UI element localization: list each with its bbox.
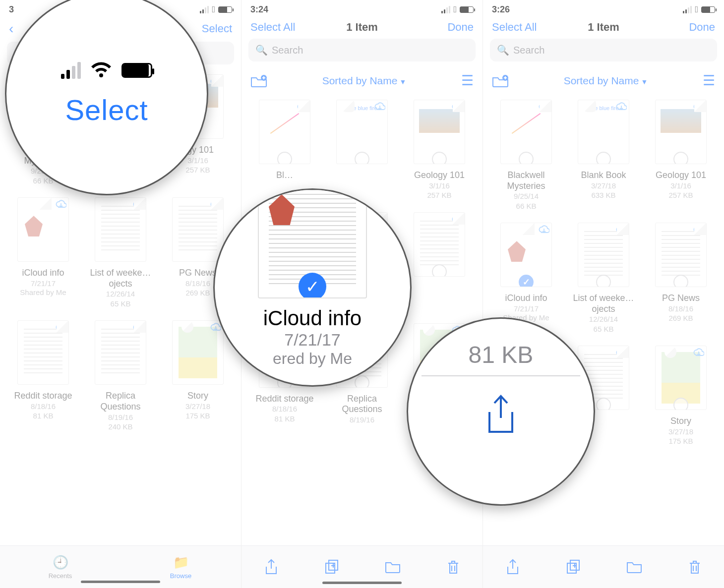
cloud-download-icon <box>133 200 144 210</box>
file-item[interactable]: Blackwell Mysteries9/25/1466 KB <box>489 100 563 211</box>
selection-circle[interactable] <box>519 275 534 287</box>
file-date: 8/18/16 <box>185 279 210 289</box>
file-thumbnail <box>655 223 707 287</box>
file-name: iCloud info <box>22 268 64 279</box>
file-date: 8/18/16 <box>668 304 693 314</box>
home-indicator[interactable] <box>81 581 160 583</box>
file-thumbnail <box>336 100 388 164</box>
cloud-download-icon <box>616 348 627 358</box>
file-thumbnail-zoom: ✓ <box>258 188 367 298</box>
file-thumbnail <box>414 212 465 277</box>
file-item[interactable]: List of weeke…ojects12/26/1465 KB <box>83 197 158 308</box>
status-time: 3 <box>9 4 14 15</box>
file-thumbnail <box>95 197 146 262</box>
selection-circle[interactable] <box>519 152 534 164</box>
select-all-button[interactable]: Select All <box>492 21 566 34</box>
file-name: PG News <box>179 268 217 279</box>
file-name: Bl… <box>276 170 293 181</box>
file-item[interactable]: Story3/27/18175 KB <box>644 346 718 446</box>
new-folder-icon[interactable] <box>250 74 267 88</box>
share-icon[interactable] <box>506 559 520 576</box>
file-item[interactable]: iCloud info7/21/17Shared by Me <box>6 197 80 308</box>
magnifier-select: Select <box>5 0 208 195</box>
file-name: Replica Questions <box>86 391 155 412</box>
trash-icon[interactable] <box>688 559 701 575</box>
file-item[interactable]: Story3/27/18175 KB <box>161 320 235 431</box>
file-thumbnail <box>17 197 69 262</box>
file-name: PG News <box>662 293 700 304</box>
search-input[interactable]: 🔍 Search <box>490 39 717 61</box>
file-item[interactable]: List of weeke…ojects12/26/1465 KB <box>566 223 641 334</box>
trash-icon[interactable] <box>447 559 460 575</box>
sort-button[interactable]: Sorted by Name▼ <box>564 75 648 87</box>
signal-icon <box>61 62 81 79</box>
selection-circle[interactable] <box>432 264 447 277</box>
file-shared: Shared by Me <box>20 288 66 296</box>
selection-circle[interactable] <box>596 152 611 164</box>
done-button[interactable]: Done <box>641 21 715 34</box>
select-all-button[interactable]: Select All <box>250 21 325 34</box>
selection-count: 1 Item <box>325 21 399 34</box>
status-time: 3:26 <box>492 4 510 15</box>
file-item[interactable]: Replica Questions8/19/16240 KB <box>83 320 158 431</box>
file-thumbnail <box>172 320 224 385</box>
file-item[interactable] <box>402 212 477 311</box>
file-thumbnail <box>655 346 707 410</box>
file-name: Reddit storage <box>14 391 72 402</box>
selection-circle[interactable] <box>355 375 369 388</box>
file-date: 8/19/16 <box>350 415 374 425</box>
cloud-download-icon <box>693 348 704 358</box>
file-date: 8/18/16 <box>31 402 56 412</box>
search-placeholder: Search <box>513 45 544 56</box>
list-view-icon[interactable]: ☰ <box>461 72 474 89</box>
file-item[interactable] <box>325 100 399 200</box>
selection-circle[interactable] <box>673 275 688 287</box>
file-date: 3/27/18 <box>185 402 210 412</box>
file-thumbnail <box>414 100 465 164</box>
battery-icon <box>218 6 232 13</box>
duplicate-icon[interactable] <box>324 560 339 575</box>
search-icon: 🔍 <box>255 44 268 56</box>
file-item[interactable]: Bl… <box>247 100 322 200</box>
move-icon[interactable] <box>385 561 401 574</box>
file-item[interactable]: Reddit storage8/18/1681 KB <box>6 320 80 431</box>
status-bar: 3:24 􀙇 <box>241 0 483 19</box>
selection-circle[interactable] <box>596 275 611 287</box>
file-size: 269 KB <box>668 313 693 323</box>
file-size: 65 KB <box>594 324 614 334</box>
done-button[interactable]: Done <box>399 21 474 34</box>
battery-icon <box>460 6 474 13</box>
selection-circle[interactable] <box>673 152 688 164</box>
sort-button[interactable]: Sorted by Name▼ <box>322 75 407 87</box>
file-thumbnail <box>578 223 629 287</box>
file-date: 3/27/18 <box>668 427 693 437</box>
selection-circle[interactable] <box>277 152 292 164</box>
magnifier-file: ✓ iCloud info 7/21/17 ered by Me <box>213 188 412 387</box>
move-icon[interactable] <box>626 561 642 574</box>
file-item[interactable]: Geology 1013/1/16257 KB <box>644 100 718 211</box>
list-view-icon[interactable]: ☰ <box>703 72 715 89</box>
file-thumbnail <box>578 100 629 164</box>
file-item[interactable]: Blank Book3/27/18633 KB <box>566 100 641 211</box>
file-date: 7/21/17 <box>514 304 539 314</box>
search-input[interactable]: 🔍 Search <box>248 39 476 61</box>
file-item[interactable]: PG News8/18/16269 KB <box>644 223 718 334</box>
share-icon[interactable] <box>264 559 278 576</box>
duplicate-icon[interactable] <box>566 560 581 575</box>
new-folder-icon[interactable] <box>492 74 509 88</box>
cloud-download-icon <box>693 102 704 112</box>
file-item[interactable]: Geology 1013/1/16257 KB <box>402 100 477 200</box>
file-name: Geology 101 <box>414 170 465 181</box>
file-size: 65 KB <box>111 299 131 309</box>
selection-circle[interactable] <box>596 398 611 410</box>
wifi-icon: 􀙇 <box>212 4 215 15</box>
selection-circle[interactable] <box>355 152 369 164</box>
chevron-down-icon: ▼ <box>641 78 648 86</box>
cloud-download-icon <box>374 102 385 112</box>
home-indicator[interactable] <box>322 582 402 584</box>
tab-bar: 🕘 Recents 📁 Browse <box>0 545 241 588</box>
file-size: 257 KB <box>427 190 451 200</box>
selection-circle[interactable] <box>432 152 447 164</box>
selection-circle[interactable] <box>673 398 688 410</box>
cloud-download-icon <box>210 77 221 87</box>
